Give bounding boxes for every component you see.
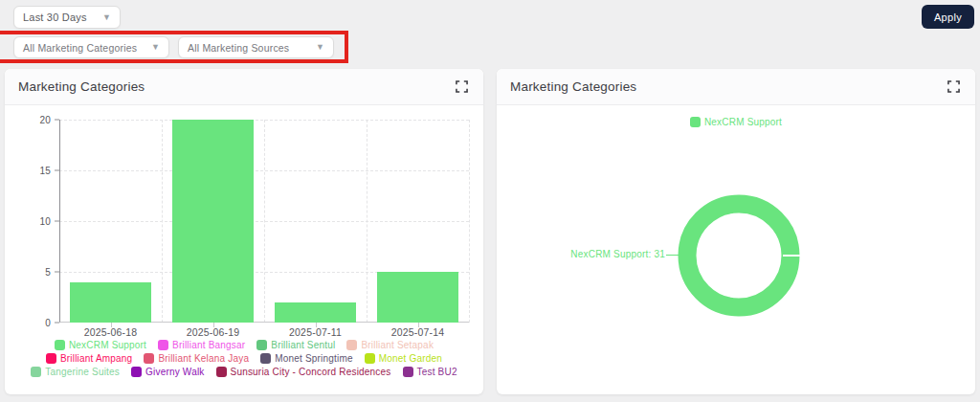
legend-swatch-icon [144, 353, 154, 364]
legend-label: Tangerine Suites [45, 367, 120, 377]
legend-label: Sunsuria City - Concord Residences [231, 367, 391, 377]
legend-swatch-icon [158, 340, 168, 350]
bar-chart-panel: Marketing Categories 05101520 2025-06-18… [5, 69, 483, 394]
expand-icon[interactable] [454, 78, 470, 95]
legend-label: Brilliant Kelana Jaya [158, 353, 249, 364]
bar-slot [367, 120, 469, 323]
date-range-value: Last 30 Days [23, 11, 87, 23]
marketing-sources-select[interactable]: All Marketing Sources ▼ [178, 36, 334, 58]
marketing-sources-value: All Marketing Sources [188, 42, 289, 54]
legend-label: Brilliant Ampang [60, 353, 132, 364]
donut-chart-panel: Marketing Categories NexCRM Support NexC… [497, 69, 975, 394]
legend-item[interactable]: Monet Garden [365, 353, 442, 364]
legend-item[interactable]: Sunsuria City - Concord Residences [216, 367, 391, 377]
y-tick-label: 0 [22, 318, 51, 328]
bar-2025-06-19[interactable] [172, 120, 255, 323]
legend-swatch-icon [260, 353, 271, 364]
bar-slot [59, 120, 162, 323]
legend-item[interactable]: NexCRM Support [55, 340, 146, 350]
legend-label: NexCRM Support [704, 117, 782, 127]
bar-2025-06-18[interactable] [70, 282, 152, 323]
marketing-categories-select[interactable]: All Marketing Categories ▼ [13, 36, 169, 58]
legend-swatch-icon [690, 117, 701, 127]
chevron-down-icon: ▼ [316, 43, 324, 52]
legend-swatch-icon [256, 340, 267, 350]
legend-label: Brilliant Bangsar [172, 340, 245, 350]
legend-item[interactable]: Brilliant Kelana Jaya [144, 353, 249, 364]
x-axis-label: 2025-06-19 [162, 326, 264, 338]
panel-title: Marketing Categories [510, 79, 636, 94]
y-tick-label: 5 [22, 267, 51, 278]
legend-label: NexCRM Support [69, 340, 146, 350]
bar-2025-07-14[interactable] [377, 272, 459, 323]
legend-item[interactable]: Tangerine Suites [31, 367, 120, 377]
legend-label: Brilliant Setapak [361, 340, 434, 350]
legend-item[interactable]: Test BU2 [403, 367, 457, 377]
donut-data-label: NexCRM Support: 31 [570, 249, 665, 259]
y-tick-label: 20 [22, 115, 51, 125]
apply-button[interactable]: Apply [922, 5, 974, 29]
expand-icon[interactable] [946, 78, 962, 95]
bar-slot [162, 120, 264, 323]
x-axis-labels: 2025-06-182025-06-192025-07-112025-07-14 [59, 326, 469, 338]
legend-item[interactable]: Brilliant Sentul [256, 340, 335, 350]
chevron-down-icon: ▼ [151, 43, 160, 52]
panel-title: Marketing Categories [18, 79, 145, 94]
legend-item[interactable]: Monet Springtime [260, 353, 353, 364]
legend-item[interactable]: Brilliant Setapak [346, 340, 434, 350]
legend-swatch-icon [131, 367, 142, 377]
bar-slot [264, 120, 367, 323]
donut-chart[interactable] [667, 184, 811, 327]
marketing-categories-value: All Marketing Categories [23, 42, 137, 54]
legend-label: Giverny Walk [145, 367, 204, 377]
legend-swatch-icon [216, 367, 227, 377]
x-axis-label: 2025-06-18 [59, 326, 162, 338]
y-tick-label: 10 [22, 216, 51, 227]
legend-item[interactable]: Brilliant Ampang [46, 353, 132, 364]
chevron-down-icon: ▼ [102, 13, 111, 22]
legend-swatch-icon [55, 340, 65, 350]
x-axis-label: 2025-07-11 [264, 326, 367, 338]
legend-item[interactable]: Giverny Walk [131, 367, 204, 377]
donut-leader-line [666, 255, 679, 256]
legend-swatch-icon [403, 367, 413, 377]
donut-chart-legend: NexCRM Support [497, 117, 975, 127]
panel-header: Marketing Categories [497, 69, 975, 105]
legend-label: Test BU2 [417, 367, 457, 377]
legend-swatch-icon [46, 353, 56, 364]
dashboard-page: Last 30 Days ▼ Apply All Marketing Categ… [0, 0, 980, 402]
legend-label: Brilliant Sentul [271, 340, 335, 350]
y-tick-label: 15 [22, 166, 51, 176]
legend-swatch-icon [31, 367, 41, 377]
v-gridline [469, 120, 470, 323]
panel-header: Marketing Categories [5, 69, 483, 105]
legend-item[interactable]: NexCRM Support [690, 117, 782, 127]
legend-label: Monet Garden [379, 353, 442, 364]
bar-2025-07-11[interactable] [275, 302, 357, 323]
x-axis-label: 2025-07-14 [367, 326, 469, 338]
legend-swatch-icon [365, 353, 375, 364]
bar-series [59, 120, 469, 323]
legend-item[interactable]: Brilliant Bangsar [158, 340, 245, 350]
legend-swatch-icon [346, 340, 357, 350]
bar-chart-legend: NexCRM SupportBrilliant BangsarBrilliant… [19, 340, 469, 377]
date-range-select[interactable]: Last 30 Days ▼ [13, 6, 121, 29]
legend-label: Monet Springtime [275, 353, 353, 364]
